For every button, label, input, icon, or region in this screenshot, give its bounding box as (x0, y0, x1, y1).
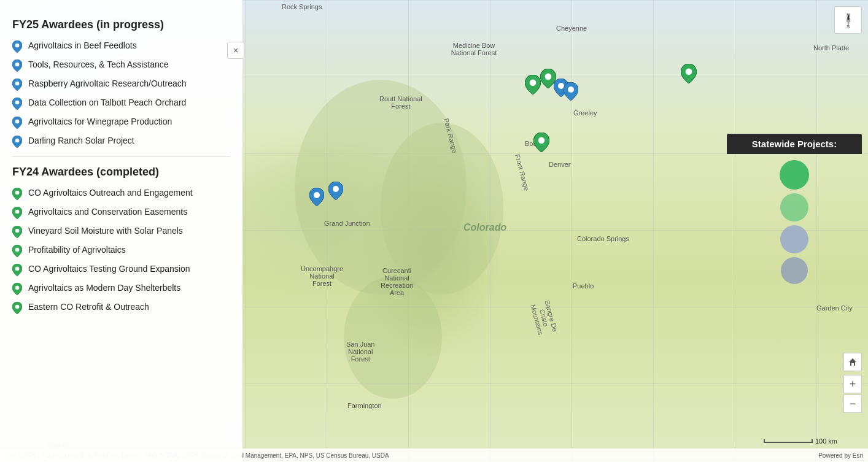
svg-point-22 (15, 267, 20, 271)
close-button[interactable]: × (227, 42, 244, 59)
project-item-profitability[interactable]: Profitability of Agrivoltaics (12, 244, 230, 257)
svg-point-19 (15, 210, 20, 214)
marker-denver-1[interactable] (533, 133, 549, 155)
svg-text:S: S (847, 24, 850, 29)
project-item-testing[interactable]: CO Agrivoltaics Testing Ground Expansion (12, 263, 230, 276)
svg-point-23 (15, 286, 20, 290)
project-label-darling: Darling Ranch Solar Project (28, 135, 134, 146)
project-item-talbott[interactable]: Data Collection on Talbott Peach Orchard (12, 97, 230, 110)
mountain-area-3 (344, 276, 442, 399)
statewide-circle-4 (781, 257, 808, 284)
marker-greeley-4[interactable] (564, 82, 578, 103)
svg-point-7 (686, 68, 692, 75)
svg-point-17 (15, 139, 20, 143)
project-label-outreach: CO Agrivoltaics Outreach and Engagement (28, 187, 193, 198)
svg-point-18 (15, 191, 20, 195)
svg-point-12 (15, 44, 20, 48)
project-label-raspberry: Raspberry Agrivoltaic Research/Outreach (28, 78, 187, 89)
svg-point-0 (314, 192, 320, 198)
marker-greeley-1[interactable] (525, 75, 541, 97)
svg-point-15 (15, 101, 20, 105)
project-label-shelterbelts: Agrivoltaics as Modern Day Shelterbelts (28, 282, 180, 293)
scale-line (764, 439, 813, 443)
fy24-title: FY24 Awardees (completed) (12, 166, 230, 179)
project-label-profitability: Profitability of Agrivoltaics (28, 244, 126, 255)
home-button[interactable] (843, 353, 862, 371)
scale-bar: 100 km (764, 437, 837, 445)
statewide-header: Statewide Projects: (727, 134, 862, 154)
project-label-testing: CO Agrivoltaics Testing Ground Expansion (28, 263, 190, 274)
project-item-eastern[interactable]: Eastern CO Retrofit & Outreach (12, 301, 230, 314)
marker-grand-junction-2[interactable] (328, 182, 343, 202)
svg-text:N: N (847, 12, 850, 18)
zoom-controls: + − (843, 353, 862, 413)
zoom-out-button[interactable]: − (843, 395, 862, 413)
svg-point-3 (545, 73, 552, 80)
sidebar-panel: FY25 Awardees (in progress) Agrivoltaics… (0, 0, 242, 462)
project-label-feedlots: Agrivoltaics in Beef Feedlots (28, 40, 137, 51)
project-label-eastern: Eastern CO Retrofit & Outreach (28, 301, 149, 312)
scale-label: 100 km (815, 437, 837, 445)
marker-grand-junction-1[interactable] (309, 188, 324, 209)
statewide-circle-2 (780, 193, 808, 221)
statewide-circle-1 (780, 160, 809, 190)
fy25-title: FY25 Awardees (in progress) (12, 18, 230, 31)
project-item-tools[interactable]: Tools, Resources, & Tech Assistance (12, 59, 230, 72)
project-label-talbott: Data Collection on Talbott Peach Orchard (28, 97, 186, 108)
powered-by: Powered by Esri (818, 452, 863, 459)
project-item-shelterbelts[interactable]: Agrivoltaics as Modern Day Shelterbelts (12, 282, 230, 295)
svg-point-6 (538, 137, 545, 144)
divider (12, 156, 230, 157)
svg-point-14 (15, 82, 20, 86)
mountain-area-2 (381, 123, 503, 295)
svg-point-24 (15, 305, 20, 309)
project-item-easements[interactable]: Agrivoltaics and Conservation Easements (12, 206, 230, 219)
svg-point-13 (15, 63, 20, 67)
project-item-raspberry[interactable]: Raspberry Agrivoltaic Research/Outreach (12, 78, 230, 91)
north-arrow: S N (834, 6, 862, 34)
statewide-circle-3 (780, 225, 808, 253)
project-label-easements: Agrivoltaics and Conservation Easements (28, 206, 187, 217)
svg-point-16 (15, 120, 20, 124)
project-item-vineyard[interactable]: Vineyard Soil Moisture with Solar Panels (12, 225, 230, 238)
project-label-vineyard: Vineyard Soil Moisture with Solar Panels (28, 225, 183, 236)
svg-point-21 (15, 248, 20, 252)
project-item-winegrape[interactable]: Agrivoltaics for Winegrape Production (12, 116, 230, 129)
svg-point-2 (530, 79, 537, 86)
project-item-feedlots[interactable]: Agrivoltaics in Beef Feedlots (12, 40, 230, 53)
zoom-in-button[interactable]: + (843, 375, 862, 393)
svg-point-20 (15, 229, 20, 233)
project-label-tools: Tools, Resources, & Tech Assistance (28, 59, 169, 70)
statewide-circles (727, 154, 862, 290)
statewide-panel: Statewide Projects: (727, 134, 862, 290)
marker-upper-right[interactable] (681, 64, 697, 86)
project-item-outreach[interactable]: CO Agrivoltaics Outreach and Engagement (12, 187, 230, 200)
svg-point-1 (333, 186, 339, 192)
project-item-darling[interactable]: Darling Ranch Solar Project (12, 135, 230, 148)
project-label-winegrape: Agrivoltaics for Winegrape Production (28, 116, 172, 127)
svg-point-5 (568, 87, 574, 93)
